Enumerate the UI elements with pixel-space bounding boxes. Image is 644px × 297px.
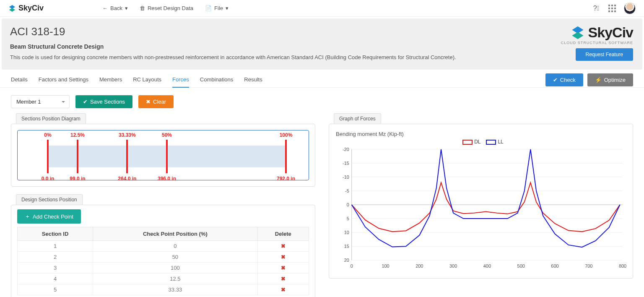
tabs-row: DetailsFactors and SettingsMembersRC Lay… xyxy=(0,72,644,88)
section-tick: 33.33%264.0 in xyxy=(126,140,128,173)
tabs: DetailsFactors and SettingsMembersRC Lay… xyxy=(11,72,262,87)
svg-text:5: 5 xyxy=(347,216,349,221)
legend-swatch-dl xyxy=(462,140,473,145)
svg-text:100: 100 xyxy=(382,263,389,268)
brand-mark-icon xyxy=(571,26,585,40)
tab-details[interactable]: Details xyxy=(11,72,28,87)
brand-block: SkyCiv CLOUD STRUCTURAL SOFTWARE Request… xyxy=(561,24,633,61)
page-title: ACI 318-19 xyxy=(10,25,634,38)
tab-results[interactable]: Results xyxy=(244,72,262,87)
delete-row-icon[interactable]: ✖ xyxy=(281,276,286,282)
page-subtitle: Beam Structural Concrete Design xyxy=(10,43,634,50)
sections-diagram-label: Sections Position Diagram xyxy=(16,113,86,124)
save-sections-button[interactable]: ✔ Save Sections xyxy=(75,95,132,108)
tab-factors-and-settings[interactable]: Factors and Settings xyxy=(39,72,88,87)
tab-combinations[interactable]: Combinations xyxy=(200,72,234,87)
section-tick: 12.5%99.0 in xyxy=(77,140,78,173)
section-tick: 100%792.0 in xyxy=(285,140,287,173)
request-feature-button[interactable]: Request Feature xyxy=(576,48,633,61)
table-row: 10✖ xyxy=(18,241,309,252)
table-row: 3100✖ xyxy=(18,263,309,274)
graph-forces-panel: Bending moment Mz (Kip-ft) DL LL -20-15-… xyxy=(329,124,633,279)
section-tick: 0%0.0 in xyxy=(47,140,49,173)
topbar-right: ?⃝ xyxy=(592,3,636,14)
delete-row-icon[interactable]: ✖ xyxy=(281,243,286,249)
tab-rc-layouts[interactable]: RC Layouts xyxy=(133,72,161,87)
delete-row-icon[interactable]: ✖ xyxy=(281,254,286,260)
beam-diagram: 0%0.0 in12.5%99.0 in33.33%264.0 in50%396… xyxy=(17,130,309,180)
svg-text:500: 500 xyxy=(517,263,525,268)
legend-swatch-ll xyxy=(486,140,496,145)
top-controls: ← Back ▾ 🗑 Reset Design Data 📄 File ▾ xyxy=(102,5,229,11)
add-check-point-label: Add Check Point xyxy=(33,214,73,220)
legend-label-ll: LL xyxy=(498,139,503,145)
back-label: Back xyxy=(110,5,122,11)
table-row: 412.5✖ xyxy=(18,274,309,284)
page-description: This code is used for designing concrete… xyxy=(10,54,634,60)
logo-text: SkyCiv xyxy=(18,4,44,13)
graph-forces-label: Graph of Forces xyxy=(334,113,381,124)
back-button[interactable]: ← Back ▾ xyxy=(102,5,128,11)
check-label: Check xyxy=(560,77,576,83)
check-button[interactable]: ✔ Check xyxy=(545,73,583,86)
svg-text:0: 0 xyxy=(351,263,353,268)
chart-legend: DL LL xyxy=(335,139,627,145)
brand-name: SkyCiv xyxy=(588,24,633,41)
table-row: 533.33✖ xyxy=(18,284,309,295)
delete-row-icon[interactable]: ✖ xyxy=(281,287,286,293)
svg-text:600: 600 xyxy=(551,263,558,268)
save-label: Save Sections xyxy=(90,99,125,105)
col-delete: Delete xyxy=(257,227,309,241)
table-row: 250✖ xyxy=(18,252,309,263)
left-column: Sections Position Diagram 0%0.0 in12.5%9… xyxy=(11,113,315,297)
logo-mark-icon xyxy=(8,5,16,12)
tab-forces[interactable]: Forces xyxy=(172,72,189,88)
tab-members[interactable]: Members xyxy=(99,72,122,87)
svg-text:10: 10 xyxy=(344,230,349,235)
design-sections-label: Design Sections Position xyxy=(16,194,83,205)
svg-text:800: 800 xyxy=(619,263,626,268)
forces-chart: -20-15-10-505101520010020030040050060070… xyxy=(335,145,627,271)
svg-text:0: 0 xyxy=(347,202,349,207)
optimize-label: Optimize xyxy=(604,77,626,83)
avatar[interactable] xyxy=(624,3,636,14)
right-column: Graph of Forces Bending moment Mz (Kip-f… xyxy=(329,113,633,297)
chart-title: Bending moment Mz (Kip-ft) xyxy=(336,131,627,137)
delete-row-icon[interactable]: ✖ xyxy=(281,265,286,271)
svg-text:-10: -10 xyxy=(343,175,349,180)
brand-tagline: CLOUD STRUCTURAL SOFTWARE xyxy=(561,41,633,45)
topbar: SkyCiv ← Back ▾ 🗑 Reset Design Data 📄 Fi… xyxy=(0,0,644,17)
clear-label: Clear xyxy=(153,99,166,105)
logo: SkyCiv xyxy=(8,4,44,13)
clear-button[interactable]: ✖ Clear xyxy=(138,95,174,108)
svg-text:20: 20 xyxy=(344,258,349,263)
reset-label: Reset Design Data xyxy=(148,5,193,11)
file-menu[interactable]: 📄 File ▾ xyxy=(205,5,229,11)
banner: ACI 318-19 Beam Structural Concrete Desi… xyxy=(2,18,642,70)
add-check-point-button[interactable]: ＋ Add Check Point xyxy=(17,209,81,224)
controls-row: Member 1 ✔ Save Sections ✖ Clear xyxy=(0,88,644,113)
file-label: File xyxy=(214,5,223,11)
sections-diagram-panel: 0%0.0 in12.5%99.0 in33.33%264.0 in50%396… xyxy=(11,124,315,187)
svg-text:200: 200 xyxy=(415,263,423,268)
svg-text:15: 15 xyxy=(344,244,349,249)
apps-icon[interactable] xyxy=(608,4,616,13)
svg-text:-15: -15 xyxy=(343,161,349,166)
member-select[interactable]: Member 1 xyxy=(11,95,70,108)
col-position: Check Point Position (%) xyxy=(93,227,257,241)
design-sections-panel: ＋ Add Check Point Section ID Check Point… xyxy=(11,205,315,297)
reset-button[interactable]: 🗑 Reset Design Data xyxy=(140,5,193,11)
svg-text:-20: -20 xyxy=(343,147,349,152)
svg-text:300: 300 xyxy=(449,263,457,268)
optimize-button[interactable]: ⚡ Optimize xyxy=(587,73,633,86)
col-section-id: Section ID xyxy=(18,227,93,241)
help-icon[interactable]: ?⃝ xyxy=(592,4,600,13)
section-tick: 50%396.0 in xyxy=(166,140,168,173)
legend-label-dl: DL xyxy=(474,139,480,145)
svg-text:700: 700 xyxy=(585,263,592,268)
svg-text:400: 400 xyxy=(483,263,491,268)
check-points-table: Section ID Check Point Position (%) Dele… xyxy=(17,227,309,295)
svg-text:-5: -5 xyxy=(345,188,349,193)
